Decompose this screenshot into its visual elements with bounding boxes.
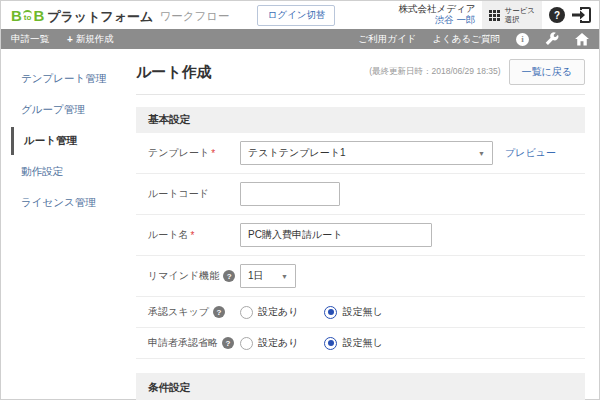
service-grid-icon (489, 10, 500, 21)
sidebar-item-group-management[interactable]: グループ管理 (1, 96, 134, 124)
section-header-condition: 条件設定 (136, 373, 585, 400)
page-title: ルート作成 (136, 63, 212, 82)
route-code-label: ルートコード (148, 187, 240, 201)
title-divider (136, 94, 585, 95)
last-updated-text: (最終更新日時：2018/06/29 18:35) (369, 66, 500, 78)
form-row-remind: リマインド機能 ? 1日 ▼ (136, 256, 585, 297)
radio-unchecked-icon[interactable] (240, 306, 253, 319)
remind-label: リマインド機能 ? (148, 269, 240, 283)
user-block: 株式会社メディア 渋谷 一郎 (399, 4, 476, 26)
required-mark: * (190, 230, 194, 241)
form-row-template: テンプレート* テストテンプレート1 ▼ プレビュー (136, 133, 585, 174)
radio-checked-icon[interactable] (324, 337, 337, 350)
form-row-approval-skip: 承認スキップ ? 設定あり 設定無し (136, 297, 585, 328)
sidebar-item-route-management[interactable]: ルート管理 (11, 127, 134, 155)
nav-item-user-guide[interactable]: ご利用ガイド (358, 33, 416, 46)
main-navbar: 申請一覧 + 新規作成 ご利用ガイド よくあるご質問 i (1, 29, 599, 49)
logo-platform-text: プラットフォーム (47, 10, 153, 23)
content-area: テンプレート管理 グループ管理 ルート管理 動作設定 ライセンス管理 ルート作成… (1, 49, 599, 400)
back-to-list-button[interactable]: 一覧に戻る (509, 59, 585, 85)
approval-skip-radio-group: 設定あり 設定無し (240, 305, 383, 319)
template-label: テンプレート* (148, 146, 240, 160)
applicant-approval-omit-option-set[interactable]: 設定あり (240, 336, 298, 350)
route-name-input[interactable] (240, 223, 432, 247)
nav-item-new-create[interactable]: + 新規作成 (67, 33, 114, 46)
app-logo[interactable]: B to B プラットフォーム ワークフロー (11, 8, 229, 23)
form-row-applicant-approval-omit: 申請者承認省略 ? 設定あり 設定無し (136, 328, 585, 359)
radio-unchecked-icon[interactable] (240, 337, 253, 350)
logout-icon[interactable] (572, 7, 591, 23)
title-row: ルート作成 (最終更新日時：2018/06/29 18:35) 一覧に戻る (136, 59, 585, 85)
chevron-down-icon: ▼ (281, 273, 288, 280)
help-icon[interactable]: ? (549, 7, 565, 23)
applicant-approval-omit-radio-group: 設定あり 設定無し (240, 336, 383, 350)
service-select-button[interactable]: サービス 選択 (482, 1, 542, 29)
navbar-left: 申請一覧 + 新規作成 (11, 33, 114, 46)
nav-item-faq[interactable]: よくあるご質問 (432, 33, 500, 46)
radio-checked-icon[interactable] (324, 306, 337, 319)
sidebar-item-template-management[interactable]: テンプレート管理 (1, 65, 134, 93)
header-right: 株式会社メディア 渋谷 一郎 サービス 選択 ? (399, 1, 591, 29)
info-icon[interactable]: i (516, 33, 529, 46)
logo-b2: B (33, 8, 44, 23)
form-row-route-name: ルート名* (136, 215, 585, 256)
plus-icon: + (67, 34, 73, 45)
navbar-right: ご利用ガイド よくあるご質問 i (358, 32, 589, 46)
remind-select[interactable]: 1日 ▼ (240, 264, 296, 288)
top-header: B to B プラットフォーム ワークフロー ログイン切替 株式会社メディア 渋… (1, 1, 599, 29)
approval-skip-option-none[interactable]: 設定無し (324, 305, 382, 319)
approval-skip-label: 承認スキップ ? (148, 305, 240, 319)
home-icon[interactable] (575, 33, 589, 46)
form-row-route-code: ルートコード (136, 174, 585, 215)
logo-b1: B (11, 8, 22, 23)
nav-item-application-list[interactable]: 申請一覧 (11, 33, 49, 46)
chevron-down-icon: ▼ (478, 150, 485, 157)
login-switch-button[interactable]: ログイン切替 (257, 5, 335, 26)
service-select-label: サービス 選択 (504, 6, 535, 24)
route-name-label: ルート名* (148, 228, 240, 242)
applicant-approval-omit-label: 申請者承認省略 ? (148, 336, 240, 350)
section-header-basic: 基本設定 (136, 107, 585, 133)
applicant-approval-omit-option-none[interactable]: 設定無し (324, 336, 382, 350)
required-mark: * (211, 148, 215, 159)
logo-to: to (23, 10, 33, 23)
app-window: B to B プラットフォーム ワークフロー ログイン切替 株式会社メディア 渋… (0, 0, 600, 400)
settings-wrench-icon[interactable] (545, 32, 559, 46)
logo-product-text: ワークフロー (159, 11, 229, 23)
sidebar-item-license-management[interactable]: ライセンス管理 (1, 189, 134, 217)
approval-skip-option-set[interactable]: 設定あり (240, 305, 298, 319)
user-name-link[interactable]: 渋谷 一郎 (399, 15, 476, 26)
approval-skip-help-icon[interactable]: ? (213, 306, 225, 318)
applicant-approval-omit-help-icon[interactable]: ? (222, 337, 234, 349)
remind-help-icon[interactable]: ? (223, 270, 235, 282)
preview-link[interactable]: プレビュー (505, 146, 556, 160)
route-code-input[interactable] (240, 182, 340, 206)
sidebar: テンプレート管理 グループ管理 ルート管理 動作設定 ライセンス管理 (1, 49, 134, 400)
main-panel: ルート作成 (最終更新日時：2018/06/29 18:35) 一覧に戻る 基本… (134, 49, 599, 400)
template-select[interactable]: テストテンプレート1 ▼ (240, 141, 493, 165)
sidebar-item-action-settings[interactable]: 動作設定 (1, 158, 134, 186)
